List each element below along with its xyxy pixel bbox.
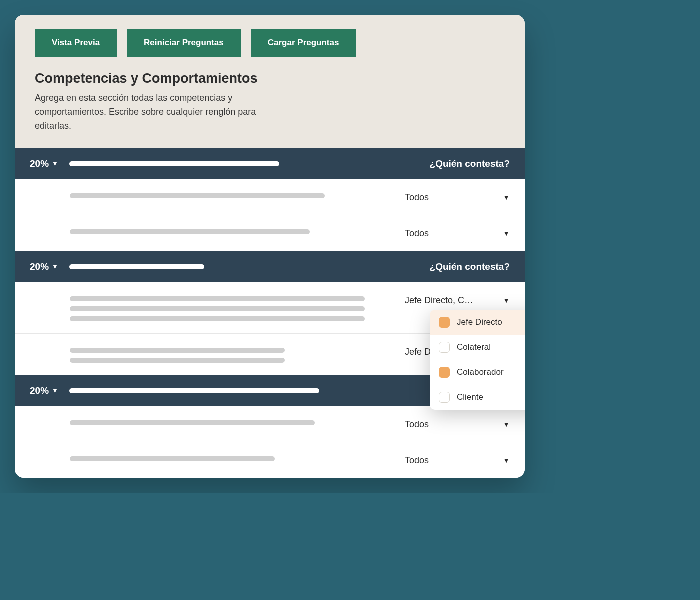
competency-group-header: 20% ▼ ¿Quién contesta? [15, 148, 525, 180]
section-title: Competencias y Comportamientos [35, 71, 505, 86]
question-row: Todos ▼ [15, 180, 525, 216]
respondent-dropdown[interactable]: Todos ▼ [405, 228, 510, 239]
question-row: Todos ▼ [15, 216, 525, 252]
weight-value: 20% [30, 262, 49, 272]
respondent-dropdown[interactable]: Todos ▼ [405, 192, 510, 203]
respondent-value: Todos [405, 228, 429, 239]
chevron-down-icon: ▼ [503, 194, 510, 202]
preview-button[interactable]: Vista Previa [35, 29, 117, 57]
respondent-option[interactable]: Cliente [430, 385, 525, 410]
competency-title-placeholder[interactable] [70, 264, 204, 270]
respondent-option[interactable]: Colaborador [430, 360, 525, 385]
respondent-dropdown[interactable]: Todos ▼ [405, 454, 510, 466]
main-card: Vista Previa Reiniciar Preguntas Cargar … [15, 15, 525, 478]
weight-dropdown[interactable]: 20% ▼ [30, 262, 58, 272]
question-row: Todos ▼ [15, 442, 525, 478]
respondent-value: Jefe Directo, C… [405, 296, 474, 306]
respondent-dropdown[interactable]: Todos ▼ [405, 418, 510, 430]
respondent-dropdown[interactable]: Jefe Directo, C… ▼ [405, 294, 510, 306]
chevron-down-icon: ▼ [503, 230, 510, 238]
respondent-value: Todos [405, 192, 429, 203]
competency-group-header: 20% ▼ ¿Quién contesta? [15, 252, 525, 282]
question-text-placeholder[interactable] [70, 228, 390, 234]
chevron-down-icon: ▼ [503, 456, 510, 464]
question-text-placeholder[interactable] [70, 192, 390, 198]
header-area: Vista Previa Reiniciar Preguntas Cargar … [15, 15, 525, 148]
who-answers-label: ¿Quién contesta? [430, 262, 510, 272]
question-text-placeholder[interactable] [70, 418, 390, 426]
who-answers-label: ¿Quién contesta? [430, 158, 510, 170]
respondent-value: Todos [405, 456, 429, 466]
load-questions-button[interactable]: Cargar Preguntas [251, 29, 356, 57]
chevron-down-icon: ▼ [52, 263, 58, 270]
chevron-down-icon: ▼ [503, 420, 510, 428]
weight-value: 20% [30, 386, 49, 396]
chevron-down-icon: ▼ [52, 160, 58, 168]
chevron-down-icon: ▼ [503, 296, 510, 304]
respondent-option[interactable]: Colateral [430, 335, 525, 360]
question-text-placeholder[interactable] [70, 454, 390, 462]
toolbar: Vista Previa Reiniciar Preguntas Cargar … [35, 29, 505, 57]
section-description: Agrega en esta sección todas las compete… [35, 92, 290, 134]
competency-title-placeholder[interactable] [70, 388, 320, 394]
question-row: Todos ▼ [15, 406, 525, 442]
chevron-down-icon: ▼ [52, 387, 58, 394]
option-label: Colaborador [457, 368, 504, 378]
question-text-placeholder[interactable] [70, 346, 390, 363]
weight-dropdown[interactable]: 20% ▼ [30, 158, 58, 170]
weight-value: 20% [30, 158, 49, 170]
checkbox-icon [439, 342, 450, 353]
question-text-placeholder[interactable] [70, 294, 390, 322]
option-label: Jefe Directo [457, 318, 502, 328]
respondent-options-popup: Jefe Directo Colateral Colaborador Clien… [430, 310, 525, 410]
respondent-value: Todos [405, 420, 429, 430]
checkbox-icon [439, 392, 450, 403]
weight-dropdown[interactable]: 20% ▼ [30, 386, 58, 396]
checkbox-icon [439, 317, 450, 328]
option-label: Colateral [457, 342, 491, 352]
reset-questions-button[interactable]: Reiniciar Preguntas [127, 29, 241, 57]
competency-title-placeholder[interactable] [70, 162, 280, 166]
checkbox-icon [439, 367, 450, 378]
option-label: Cliente [457, 392, 484, 402]
respondent-option[interactable]: Jefe Directo [430, 310, 525, 335]
